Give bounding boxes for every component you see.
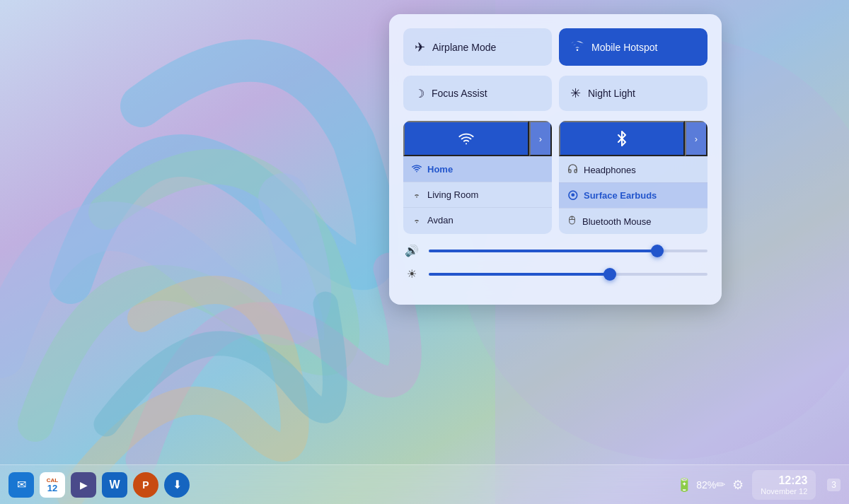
focus-assist-label: Focus Assist [432, 88, 487, 99]
battery-icon: 🔋 [676, 477, 692, 493]
night-light-tile[interactable]: ✳ Night Light [559, 76, 708, 111]
taskbar-mail-icon[interactable]: ✉ [8, 472, 34, 498]
sun-sparkle-icon: ✳ [570, 86, 581, 101]
wifi-avdan-label: Avdan [427, 215, 454, 225]
taskbar-system-icons: ✏ ⚙ [716, 477, 744, 493]
wifi-network-living-room[interactable]: Living Room [403, 182, 552, 207]
wifi-expand-button[interactable]: › [529, 121, 552, 156]
qs-row-1: ✈ Airplane Mode Mobile Hotspot [403, 28, 708, 66]
taskbar-media-icon[interactable]: ▶ [71, 472, 96, 498]
wifi-home-svg [412, 163, 422, 173]
taskbar: ✉ CAL 12 ▶ W P ⬇ 🔋 82% ✏ ⚙ 12:23 Novembe… [0, 464, 849, 504]
svg-point-3 [577, 49, 579, 51]
cal-num: 12 [47, 484, 57, 493]
svg-point-4 [466, 143, 467, 144]
wifi-toggle-button[interactable] [403, 121, 529, 156]
bluetooth-header: › [559, 121, 708, 156]
battery-info: 🔋 82% [676, 477, 716, 493]
clock-date: November 12 [761, 487, 807, 496]
bluetooth-toggle-button[interactable] [559, 121, 685, 156]
battery-percent: 82% [696, 479, 716, 491]
taskbar-left: ✉ CAL 12 ▶ W P ⬇ [8, 472, 676, 498]
quick-settings-panel: ✈ Airplane Mode Mobile Hotspot ☽ Focus A… [389, 14, 722, 305]
headphones-svg [567, 163, 578, 174]
volume-icon: 🔊 [403, 244, 420, 257]
svg-point-6 [416, 197, 417, 197]
wifi-living-svg [412, 189, 422, 199]
volume-thumb[interactable] [651, 245, 664, 257]
mouse-svg [567, 215, 577, 225]
clock-time: 12:23 [761, 474, 807, 487]
bluetooth-device-earbuds[interactable]: ⦿ Surface Earbuds [559, 182, 708, 208]
bluetooth-mouse-label: Bluetooth Mouse [582, 216, 652, 227]
taskbar-right: ✏ ⚙ 12:23 November 12 3 [716, 470, 841, 500]
taskbar-word-icon[interactable]: W [102, 472, 127, 498]
wifi-avdan-icon [412, 214, 422, 226]
brightness-thumb[interactable] [603, 268, 616, 281]
wifi-avdan-svg [412, 214, 422, 224]
headphones-label: Headphones [584, 165, 636, 175]
volume-track[interactable] [429, 250, 708, 252]
earbuds-icon: ⦿ [567, 189, 578, 201]
bluetooth-expand-button[interactable]: › [685, 121, 708, 156]
mobile-hotspot-label: Mobile Hotspot [591, 42, 657, 53]
earbuds-label: Surface Earbuds [584, 190, 657, 201]
taskbar-powerpoint-icon[interactable]: P [133, 472, 158, 498]
hotspot-svg [570, 38, 584, 52]
volume-slider-row: 🔊 [403, 244, 708, 257]
wifi-home-icon [412, 163, 422, 175]
qs-sliders: 🔊 ☀ [403, 244, 708, 281]
hotspot-icon [570, 38, 584, 56]
wifi-home-label: Home [427, 164, 453, 175]
wifi-icon [458, 131, 474, 146]
qs-network-section: › Home Living Room [403, 121, 708, 234]
bluetooth-icon [616, 131, 628, 146]
taskbar-center: 🔋 82% [676, 477, 716, 493]
wifi-network-home[interactable]: Home [403, 156, 552, 182]
brightness-fill [429, 273, 610, 276]
wifi-header: › [403, 121, 552, 156]
mobile-hotspot-tile[interactable]: Mobile Hotspot [559, 28, 708, 66]
wifi-living-label: Living Room [427, 189, 478, 200]
settings-icon[interactable]: ⚙ [732, 477, 744, 493]
svg-point-7 [416, 222, 417, 223]
wifi-living-icon [412, 189, 422, 201]
notification-badge[interactable]: 3 [827, 479, 841, 491]
bluetooth-device-headphones[interactable]: Headphones [559, 156, 708, 182]
brightness-track[interactable] [429, 273, 708, 276]
airplane-mode-tile[interactable]: ✈ Airplane Mode [403, 28, 552, 66]
night-light-label: Night Light [588, 88, 635, 99]
brightness-icon: ☀ [403, 267, 420, 281]
taskbar-calendar-icon[interactable]: CAL 12 [40, 472, 65, 498]
airplane-icon: ✈ [415, 40, 425, 55]
svg-point-5 [416, 171, 417, 172]
bluetooth-device-mouse[interactable]: Bluetooth Mouse [559, 208, 708, 234]
airplane-mode-label: Airplane Mode [432, 42, 496, 53]
volume-fill [429, 250, 657, 252]
taskbar-download-icon[interactable]: ⬇ [164, 472, 190, 498]
wifi-network-avdan[interactable]: Avdan [403, 207, 552, 233]
focus-assist-tile[interactable]: ☽ Focus Assist [403, 76, 552, 111]
clock-area[interactable]: 12:23 November 12 [752, 470, 816, 500]
bluetooth-column: › Headphones ⦿ Surface Earbuds [559, 121, 708, 234]
mouse-icon [567, 215, 577, 228]
brightness-slider-row: ☀ [403, 267, 708, 281]
qs-row-2: ☽ Focus Assist ✳ Night Light [403, 76, 708, 111]
moon-icon: ☽ [415, 87, 424, 100]
pen-icon[interactable]: ✏ [716, 478, 725, 491]
headphones-icon [567, 163, 578, 176]
wifi-column: › Home Living Room [403, 121, 552, 234]
